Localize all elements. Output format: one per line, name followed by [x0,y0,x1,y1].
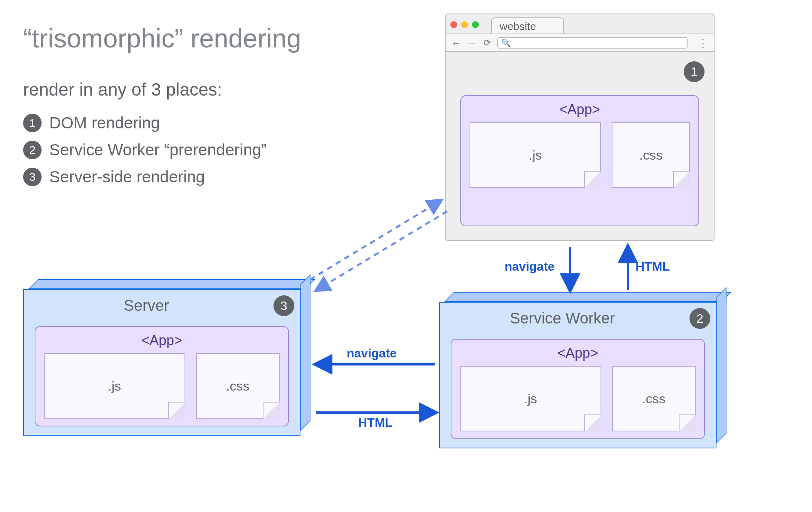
search-icon: 🔍 [501,38,511,47]
diagram-subtitle: render in any of 3 places: [23,79,222,100]
url-bar: 🔍 [497,37,688,49]
dogear-icon [679,414,696,431]
server-block-top [28,279,315,289]
forward-icon: → [467,37,477,49]
server-app-title: <App> [44,332,280,349]
sw-css-label: .css [642,391,665,406]
label-navigate-vertical: navigate [505,259,555,274]
bullet-3: 3 Server-side rendering [23,168,267,186]
dogear-icon [584,171,601,188]
server-js-file: .js [44,353,185,419]
browser-tab: website [491,17,564,34]
label-html-horizontal: HTML [358,416,393,430]
menu-icon: ⋮ [698,37,708,49]
bullet-1-text: DOM rendering [49,114,160,132]
service-worker-block: Service Worker 2 <App> .js .css [439,302,716,448]
label-html-vertical: HTML [636,259,670,274]
browser-toolbar: ← → ⟳ 🔍 ⋮ [446,34,714,52]
browser-window: website ← → ⟳ 🔍 ⋮ 1 <App> .js .cs [445,13,715,241]
sw-js-file: .js [460,366,601,431]
label-navigate-horizontal: navigate [347,346,397,360]
dogear-icon [168,402,185,419]
browser-css-file: .css [612,122,690,188]
server-block-side [300,274,310,431]
server-css-label: .css [226,379,249,394]
server-css-file: .css [196,353,280,419]
minimize-icon [461,21,468,28]
badge-2: 2 [690,308,710,329]
bullet-2-badge: 2 [23,141,42,159]
browser-app-title: <App> [470,101,690,118]
sw-js-label: .js [524,391,537,406]
browser-tabbar: website [446,14,714,34]
diagram-title: “trisomorphic” rendering [23,23,301,53]
server-js-label: .js [108,379,121,394]
window-traffic-lights [450,21,479,28]
back-icon: ← [451,37,461,49]
badge-1: 1 [684,61,705,82]
bullet-list: 1 DOM rendering 2 Service Worker “preren… [23,114,267,186]
server-block-face: Server 3 <App> .js .css [23,289,300,436]
reload-icon: ⟳ [483,37,491,48]
browser-viewport: 1 <App> .js .css [446,53,713,239]
arrow-browser-to-server-dashed [316,211,447,290]
browser-app-box: <App> .js .css [460,95,699,226]
sw-app-box: <App> .js .css [451,339,705,439]
bullet-3-text: Server-side rendering [49,168,205,186]
bullet-1: 1 DOM rendering [23,114,267,132]
badge-3: 3 [273,295,294,316]
sw-block-side [716,287,726,443]
dogear-icon [263,402,280,419]
sw-block-top [444,292,731,302]
bullet-2: 2 Service Worker “prerendering” [23,141,267,159]
bullet-2-text: Service Worker “prerendering” [49,141,267,159]
maximize-icon [472,21,479,28]
arrow-server-to-browser-dashed [310,200,441,280]
browser-js-file: .js [470,122,601,188]
sw-css-file: .css [612,366,696,431]
server-app-box: <App> .js .css [35,326,289,426]
dogear-icon [584,414,601,431]
server-block: Server 3 <App> .js .css [23,289,300,436]
bullet-3-badge: 3 [23,168,42,186]
bullet-1-badge: 1 [23,114,42,132]
sw-block-face: Service Worker 2 <App> .js .css [439,302,716,448]
sw-title: Service Worker [440,310,685,327]
browser-css-label: .css [639,148,663,163]
browser-js-label: .js [529,148,542,163]
dogear-icon [673,171,690,188]
sw-app-title: <App> [460,345,696,361]
server-title: Server [24,297,269,314]
close-icon [450,21,457,28]
